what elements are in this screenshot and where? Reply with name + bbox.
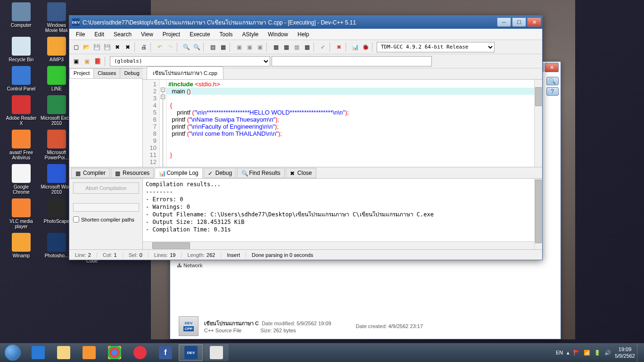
output-tab-resources[interactable]: ▦Resources (111, 168, 154, 178)
delete-profile-icon[interactable]: 🐞 (361, 42, 370, 52)
find-icon[interactable]: 🔍 (182, 42, 191, 52)
panel-tab-debug[interactable]: Debug (120, 68, 143, 78)
redo-icon[interactable]: ↷ (165, 42, 175, 52)
fold-toggle-icon[interactable]: − (161, 95, 165, 99)
save-all-icon[interactable]: 💾 (102, 42, 112, 52)
grid2-icon[interactable]: ▦ (292, 42, 301, 52)
tray-flag-icon[interactable]: 🚩 (571, 350, 582, 356)
replace-icon[interactable]: 🔍 (192, 42, 201, 52)
print-icon[interactable]: 🖨 (139, 42, 149, 52)
compile-run-icon[interactable]: ▣ (255, 42, 264, 52)
panel-tab-classes[interactable]: Classes (93, 68, 120, 78)
close-button[interactable]: ✕ (527, 17, 541, 27)
output-tab-close[interactable]: ✖Close (286, 168, 316, 178)
grid3-icon[interactable]: ▦ (302, 42, 312, 52)
close-all-icon[interactable]: ✖ (123, 42, 132, 52)
maximize-button[interactable]: ☐ (512, 17, 526, 27)
menu-help[interactable]: Help (293, 30, 314, 39)
tray-clock[interactable]: 19:095/9/2562 (613, 346, 637, 360)
output-tab-compile-log[interactable]: 📊Compile Log (155, 168, 202, 178)
close-file-icon[interactable]: ✖ (113, 42, 122, 52)
menu-edit[interactable]: Edit (90, 30, 109, 39)
exp-help-icon[interactable]: ? (546, 87, 559, 96)
undo-icon[interactable]: ↶ (155, 42, 165, 52)
log-vscrollbar[interactable] (534, 179, 542, 249)
profile-icon[interactable]: 📊 (350, 42, 360, 52)
output-tab-find-results[interactable]: 🔍Find Results (237, 168, 285, 178)
tray-volume-icon[interactable]: 🔊 (603, 350, 613, 356)
nav-book-icon[interactable]: 📕 (93, 57, 102, 66)
compile-icon[interactable]: ▣ (234, 42, 244, 52)
members-select[interactable] (272, 56, 432, 66)
desktop-icon[interactable]: Winamp (5, 233, 38, 263)
desktop-icon[interactable]: PhotoScape (40, 198, 73, 229)
debug-icon[interactable]: ✓ (318, 42, 328, 52)
tray-network-icon[interactable]: 📶 (582, 350, 592, 356)
desktop-icon[interactable]: Computer (5, 2, 38, 33)
bookmark-icon[interactable]: ▦ (218, 42, 228, 52)
desktop-icon[interactable]: Adobe Reader X (5, 95, 38, 126)
show-desktop-button[interactable] (637, 343, 641, 362)
stop-icon[interactable]: ✖ (334, 42, 344, 52)
desktop-icon[interactable]: avast! Free Antivirus (5, 130, 38, 160)
run-icon[interactable]: ▣ (245, 42, 254, 52)
tray-battery-icon[interactable]: 🔋 (592, 350, 603, 356)
shorten-paths-checkbox[interactable]: Shorten compiler paths (73, 216, 139, 222)
taskbar-chrome[interactable] (102, 344, 127, 361)
taskbar-devcpp[interactable]: DEV (179, 344, 203, 361)
editor-vscrollbar[interactable] (534, 80, 542, 167)
desktop-icon[interactable]: AIMP3 (40, 37, 73, 62)
open-icon[interactable]: 📂 (82, 42, 91, 52)
devcpp-window[interactable]: DEV C:\Users\sdhde77\Desktop\เขียนโปรมแก… (69, 15, 543, 260)
menu-file[interactable]: File (71, 30, 90, 39)
desktop-icon[interactable]: Recycle Bin (5, 37, 38, 62)
compiler-select[interactable]: TDM-GCC 4.9.2 64-bit Release (377, 42, 495, 52)
grid1-icon[interactable]: ▦ (281, 42, 291, 52)
output-tab-compiler[interactable]: ▦Compiler (71, 168, 110, 178)
globals-select[interactable]: (globals) (110, 56, 270, 66)
taskbar-ie[interactable] (26, 344, 50, 361)
exp-close-button[interactable]: ✕ (545, 63, 559, 72)
tray-chevron-icon[interactable]: ▴ (565, 350, 571, 356)
project-tree[interactable] (69, 79, 142, 167)
output-tab-debug[interactable]: ✓Debug (204, 168, 236, 178)
menu-astyle[interactable]: AStyle (238, 30, 264, 39)
taskbar-media[interactable] (77, 344, 101, 361)
save-icon[interactable]: 💾 (92, 42, 101, 52)
log-hscrollbar[interactable] (143, 241, 534, 249)
taskbar-opera[interactable] (128, 344, 152, 361)
desktop-icon[interactable]: Control Panel (5, 66, 38, 91)
desktop-icon[interactable]: VLC media player (5, 198, 38, 229)
lang-indicator[interactable]: EN (554, 350, 565, 355)
fold-toggle-icon[interactable]: − (161, 88, 165, 92)
exp-search-icon[interactable]: 🔍 (546, 77, 559, 85)
menu-search[interactable]: Search (109, 30, 136, 39)
menu-tools[interactable]: Tools (215, 30, 238, 39)
goto-icon[interactable]: ▤ (208, 42, 217, 52)
taskbar-facebook[interactable]: f (153, 344, 178, 361)
nav-fwd-icon[interactable]: ▣ (82, 57, 91, 66)
exp-nav-network[interactable]: 🖧 Network (170, 260, 241, 271)
file-tab-active[interactable]: เขียนโปรมแกรมภาษา C.cpp (147, 66, 223, 79)
desktop-icon[interactable]: Photosho... (40, 233, 73, 263)
start-button[interactable] (0, 343, 25, 362)
desktop-icon[interactable]: Google Chrome (5, 164, 38, 195)
minimize-button[interactable]: ─ (497, 17, 511, 27)
panel-tab-project[interactable]: Project (69, 68, 94, 78)
taskbar-explorer[interactable] (51, 344, 76, 361)
desktop-icon[interactable]: Windows Movie Mak (40, 2, 73, 33)
compile-log[interactable]: Compilation results... -------- - Errors… (143, 179, 534, 241)
menu-project[interactable]: Project (158, 30, 185, 39)
desktop-icon[interactable]: LINE (40, 66, 73, 91)
nav-back-icon[interactable]: ▣ (71, 57, 81, 66)
desktop-icon[interactable]: Microsoft Excel 2010 (40, 95, 73, 126)
taskbar-app[interactable] (204, 344, 229, 361)
code-editor[interactable]: 123456789101112 − − #include <stdio.h> m… (143, 80, 542, 167)
code-area[interactable]: #include <stdio.h> main () { printf ("\n… (166, 80, 534, 167)
menu-window[interactable]: Window (263, 30, 293, 39)
rebuild-icon[interactable]: ▦ (271, 42, 281, 52)
desktop-icon[interactable]: Microsoft PowerPoi... (40, 130, 73, 160)
new-file-icon[interactable]: ▢ (71, 42, 81, 52)
menu-view[interactable]: View (136, 30, 158, 39)
desktop-icon[interactable]: Microsoft Word 2010 (40, 164, 73, 195)
